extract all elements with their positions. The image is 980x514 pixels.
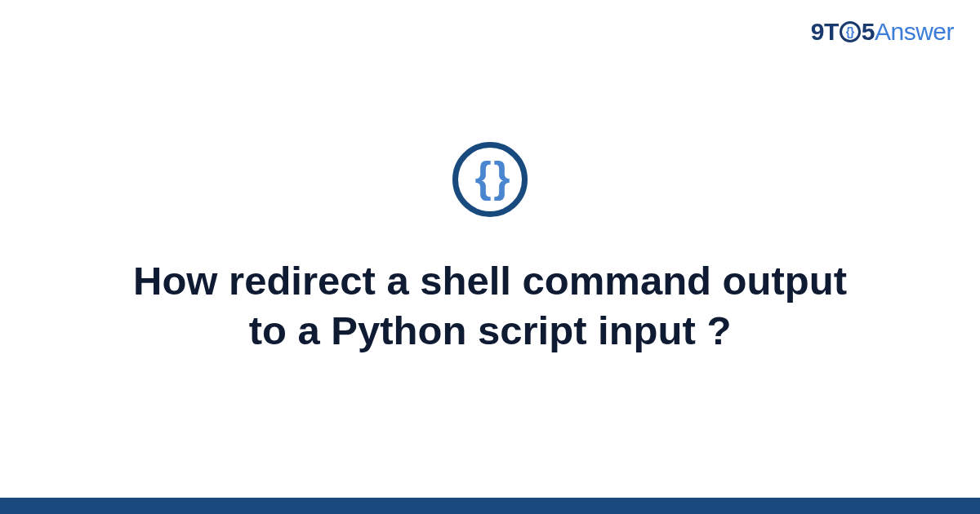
footer-accent-bar <box>0 498 980 514</box>
code-braces-icon: { } <box>475 156 506 198</box>
category-icon-circle: { } <box>452 142 528 217</box>
main-content: { } How redirect a shell command output … <box>0 0 980 498</box>
question-title: How redirect a shell command output to a… <box>98 256 882 357</box>
